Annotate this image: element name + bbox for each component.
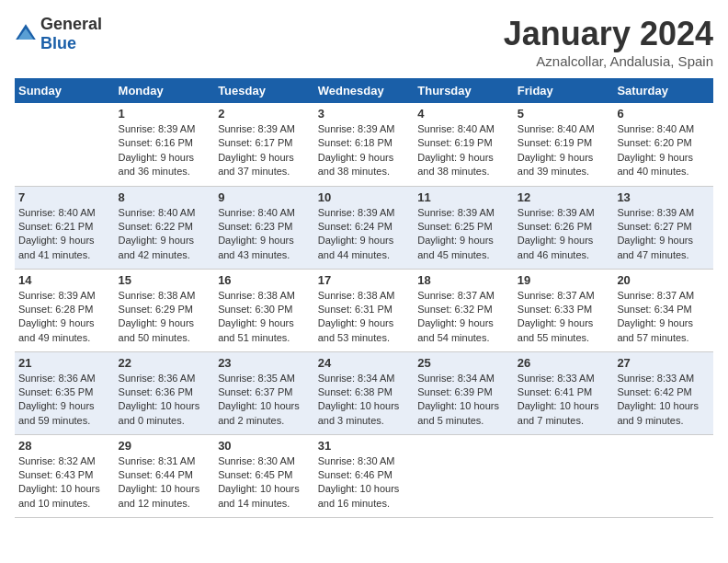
- day-detail-line: Sunset: 6:43 PM: [18, 469, 93, 480]
- day-detail-line: and 42 minutes.: [119, 249, 190, 260]
- title-area: January 2024 Aznalcollar, Andalusia, Spa…: [504, 15, 713, 69]
- day-detail: Sunrise: 8:39 AMSunset: 6:26 PMDaylight:…: [518, 206, 610, 263]
- day-detail-line: Daylight: 10 hours: [119, 400, 200, 411]
- day-detail: Sunrise: 8:34 AMSunset: 6:39 PMDaylight:…: [417, 372, 510, 429]
- main-title: January 2024: [504, 15, 713, 53]
- day-number: 25: [417, 356, 510, 370]
- day-detail-line: Sunset: 6:42 PM: [617, 386, 691, 397]
- day-detail: Sunrise: 8:39 AMSunset: 6:18 PMDaylight:…: [318, 122, 411, 179]
- day-detail: Sunrise: 8:34 AMSunset: 6:38 PMDaylight:…: [318, 372, 411, 429]
- calendar-day-cell: 19Sunrise: 8:37 AMSunset: 6:33 PMDayligh…: [514, 269, 614, 351]
- day-detail-line: Sunrise: 8:39 AM: [617, 207, 694, 218]
- day-detail: Sunrise: 8:32 AMSunset: 6:43 PMDaylight:…: [18, 454, 111, 511]
- day-number: 31: [318, 439, 411, 453]
- calendar-day-cell: 8Sunrise: 8:40 AMSunset: 6:22 PMDaylight…: [115, 186, 215, 269]
- day-number: 15: [119, 273, 211, 287]
- day-detail-line: Sunrise: 8:40 AM: [417, 123, 495, 134]
- day-detail-line: Daylight: 9 hours: [417, 317, 494, 328]
- day-detail-line: and 59 minutes.: [18, 415, 90, 426]
- day-detail-line: Daylight: 10 hours: [18, 483, 100, 494]
- day-detail: Sunrise: 8:39 AMSunset: 6:24 PMDaylight:…: [318, 206, 411, 263]
- day-detail-line: Sunset: 6:21 PM: [18, 221, 93, 232]
- calendar-day-cell: 1Sunrise: 8:39 AMSunset: 6:16 PMDaylight…: [115, 103, 215, 186]
- day-detail-line: and 37 minutes.: [218, 166, 290, 177]
- day-detail-line: and 0 minutes.: [119, 415, 185, 426]
- day-detail-line: Sunset: 6:31 PM: [318, 304, 392, 315]
- day-detail-line: Sunset: 6:24 PM: [318, 221, 392, 232]
- calendar-day-cell: 13Sunrise: 8:39 AMSunset: 6:27 PMDayligh…: [613, 186, 713, 269]
- header-row: Sunday Monday Tuesday Wednesday Thursday…: [15, 78, 713, 103]
- day-detail-line: and 54 minutes.: [417, 332, 489, 343]
- day-detail-line: Daylight: 9 hours: [318, 317, 394, 328]
- day-detail-line: and 14 minutes.: [218, 498, 290, 509]
- day-detail-line: Sunset: 6:19 PM: [518, 137, 592, 148]
- day-detail-line: and 12 minutes.: [119, 498, 190, 509]
- day-detail-line: and 40 minutes.: [617, 166, 688, 177]
- logo-text-blue: Blue: [40, 34, 76, 52]
- day-number: 27: [617, 356, 710, 370]
- day-detail-line: Sunset: 6:39 PM: [417, 386, 492, 397]
- day-number: 11: [417, 190, 510, 204]
- calendar-day-cell: 15Sunrise: 8:38 AMSunset: 6:29 PMDayligh…: [115, 269, 215, 351]
- day-detail-line: Sunset: 6:29 PM: [119, 304, 193, 315]
- day-detail-line: Daylight: 9 hours: [119, 317, 195, 328]
- calendar-day-cell: 21Sunrise: 8:36 AMSunset: 6:35 PMDayligh…: [15, 351, 115, 434]
- day-detail-line: and 38 minutes.: [318, 166, 390, 177]
- day-detail-line: Sunrise: 8:36 AM: [119, 373, 196, 384]
- day-detail-line: Sunset: 6:44 PM: [119, 469, 193, 480]
- day-detail-line: and 57 minutes.: [617, 332, 688, 343]
- day-detail-line: and 3 minutes.: [318, 415, 384, 426]
- day-detail-line: Daylight: 9 hours: [218, 152, 294, 163]
- calendar-day-cell: 18Sunrise: 8:37 AMSunset: 6:32 PMDayligh…: [414, 269, 514, 351]
- day-number: 18: [417, 273, 510, 287]
- day-detail-line: and 16 minutes.: [318, 498, 390, 509]
- day-detail: Sunrise: 8:37 AMSunset: 6:32 PMDaylight:…: [417, 289, 510, 346]
- calendar-week-row: 14Sunrise: 8:39 AMSunset: 6:28 PMDayligh…: [15, 269, 713, 351]
- day-number: 5: [518, 107, 610, 121]
- day-detail-line: Daylight: 9 hours: [119, 152, 195, 163]
- col-monday: Monday: [115, 78, 215, 103]
- day-detail-line: Sunrise: 8:38 AM: [318, 290, 395, 301]
- day-detail: Sunrise: 8:40 AMSunset: 6:19 PMDaylight:…: [417, 122, 510, 179]
- day-detail-line: Daylight: 10 hours: [218, 400, 300, 411]
- day-detail-line: Sunset: 6:23 PM: [218, 221, 292, 232]
- day-detail-line: Sunrise: 8:34 AM: [417, 373, 495, 384]
- day-number: 24: [318, 356, 411, 370]
- day-detail: Sunrise: 8:36 AMSunset: 6:35 PMDaylight:…: [18, 372, 111, 429]
- day-detail: Sunrise: 8:37 AMSunset: 6:33 PMDaylight:…: [518, 289, 610, 346]
- day-detail: Sunrise: 8:35 AMSunset: 6:37 PMDaylight:…: [218, 372, 311, 429]
- day-detail: Sunrise: 8:38 AMSunset: 6:30 PMDaylight:…: [218, 289, 311, 346]
- day-detail-line: and 43 minutes.: [218, 249, 290, 260]
- day-detail: Sunrise: 8:33 AMSunset: 6:41 PMDaylight:…: [518, 372, 610, 429]
- day-detail-line: Daylight: 9 hours: [318, 235, 394, 246]
- day-detail: Sunrise: 8:40 AMSunset: 6:22 PMDaylight:…: [119, 206, 211, 263]
- day-number: 7: [18, 190, 111, 204]
- day-detail: Sunrise: 8:38 AMSunset: 6:29 PMDaylight:…: [119, 289, 211, 346]
- day-detail-line: Sunset: 6:46 PM: [318, 469, 392, 480]
- day-number: 20: [617, 273, 710, 287]
- day-number: 13: [617, 190, 710, 204]
- calendar-day-cell: [15, 103, 115, 186]
- calendar-week-row: 28Sunrise: 8:32 AMSunset: 6:43 PMDayligh…: [15, 434, 713, 517]
- calendar-day-cell: 3Sunrise: 8:39 AMSunset: 6:18 PMDaylight…: [314, 103, 415, 186]
- day-detail: Sunrise: 8:39 AMSunset: 6:28 PMDaylight:…: [18, 289, 111, 346]
- logo-icon: [15, 23, 37, 45]
- day-detail-line: Daylight: 9 hours: [617, 235, 693, 246]
- day-detail-line: and 36 minutes.: [119, 166, 190, 177]
- day-detail-line: Sunrise: 8:35 AM: [218, 373, 295, 384]
- day-number: 8: [119, 190, 211, 204]
- subtitle: Aznalcollar, Andalusia, Spain: [504, 53, 713, 69]
- day-detail-line: Daylight: 9 hours: [518, 235, 594, 246]
- day-detail-line: Daylight: 9 hours: [617, 317, 693, 328]
- day-detail-line: Sunset: 6:36 PM: [119, 386, 193, 397]
- day-detail: Sunrise: 8:39 AMSunset: 6:27 PMDaylight:…: [617, 206, 710, 263]
- calendar-day-cell: 9Sunrise: 8:40 AMSunset: 6:23 PMDaylight…: [214, 186, 314, 269]
- day-detail: Sunrise: 8:39 AMSunset: 6:17 PMDaylight:…: [218, 122, 311, 179]
- day-detail-line: Sunrise: 8:40 AM: [617, 123, 694, 134]
- calendar-day-cell: 22Sunrise: 8:36 AMSunset: 6:36 PMDayligh…: [115, 351, 215, 434]
- day-detail-line: Sunset: 6:37 PM: [218, 386, 292, 397]
- day-detail-line: Sunrise: 8:34 AM: [318, 373, 395, 384]
- day-detail: Sunrise: 8:39 AMSunset: 6:16 PMDaylight:…: [119, 122, 211, 179]
- day-detail-line: Daylight: 10 hours: [318, 483, 400, 494]
- day-detail-line: and 49 minutes.: [18, 332, 90, 343]
